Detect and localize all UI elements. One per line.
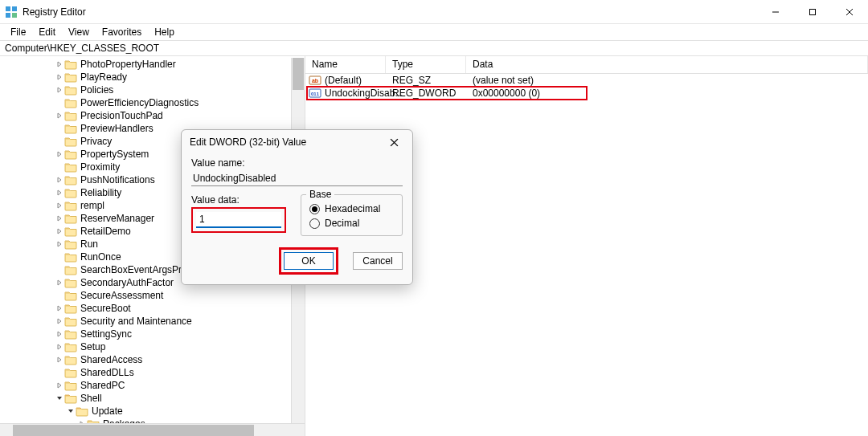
hscroll[interactable] xyxy=(0,423,305,436)
tree-item-label: Privacy xyxy=(80,135,112,148)
chevron-right-icon[interactable] xyxy=(55,357,64,363)
folder-icon xyxy=(64,328,77,340)
tree-item-label: PropertySystem xyxy=(80,148,149,161)
tree-item-label: PlayReady xyxy=(80,71,127,84)
tree-item-label: Reliability xyxy=(80,186,121,199)
table-row[interactable]: ab (Default) REG_SZ (value not set) xyxy=(305,74,868,87)
tree-item-label: Proximity xyxy=(80,161,120,173)
tree-item[interactable]: PowerEfficiencyDiagnostics xyxy=(8,96,305,109)
col-type[interactable]: Type xyxy=(386,56,466,73)
folder-icon xyxy=(64,187,77,198)
tree-item[interactable]: Setup xyxy=(8,340,305,353)
tree-item-label: Setup xyxy=(80,340,105,353)
chevron-down-icon[interactable] xyxy=(66,408,76,414)
chevron-right-icon[interactable] xyxy=(55,189,64,196)
menu-help[interactable]: Help xyxy=(149,26,180,39)
folder-icon xyxy=(64,149,77,160)
dialog-title: Edit DWORD (32-bit) Value xyxy=(190,137,382,148)
tree-item[interactable]: SecureBoot xyxy=(8,302,305,315)
svg-rect-2 xyxy=(6,13,10,18)
col-name[interactable]: Name xyxy=(305,56,386,73)
chevron-right-icon[interactable] xyxy=(55,74,64,80)
chevron-right-icon[interactable] xyxy=(55,279,64,286)
chevron-right-icon[interactable] xyxy=(55,61,64,67)
dialog-titlebar[interactable]: Edit DWORD (32-bit) Value xyxy=(182,130,412,154)
dialog-close-button[interactable] xyxy=(382,132,406,152)
tree-item-label: SharedPC xyxy=(80,379,125,392)
folder-icon xyxy=(64,354,77,365)
tree-item[interactable]: SettingSync xyxy=(8,328,305,340)
tree-item[interactable]: SecureAssessment xyxy=(8,289,305,302)
row-type: REG_DWORD xyxy=(386,88,466,99)
chevron-right-icon[interactable] xyxy=(55,344,64,350)
value-data-input[interactable] xyxy=(196,212,281,228)
chevron-right-icon[interactable] xyxy=(55,305,64,312)
tree-item[interactable]: PhotoPropertyHandler xyxy=(8,58,305,71)
col-data[interactable]: Data xyxy=(466,56,868,73)
annotation-highlight-value xyxy=(191,207,286,233)
radio-hexadecimal[interactable]: Hexadecimal xyxy=(309,203,394,214)
chevron-right-icon[interactable] xyxy=(55,241,64,247)
tree-item[interactable]: Security and Maintenance xyxy=(8,315,305,328)
folder-icon xyxy=(64,174,77,185)
app-icon xyxy=(5,6,18,18)
folder-icon xyxy=(64,316,77,327)
menu-favorites[interactable]: Favorites xyxy=(96,26,147,39)
tree-item-label: SecureBoot xyxy=(80,302,131,315)
tree-item-label: PhotoPropertyHandler xyxy=(80,58,176,71)
chevron-down-icon[interactable] xyxy=(55,395,64,401)
address-bar[interactable]: Computer\HKEY_CLASSES_ROOT xyxy=(0,40,868,56)
window-controls xyxy=(757,0,868,23)
tree-item[interactable]: Packages xyxy=(8,418,305,423)
tree-item-label: ReserveManager xyxy=(80,212,154,225)
tree-item[interactable]: SharedAccess xyxy=(8,353,305,366)
value-name-field[interactable] xyxy=(191,170,403,186)
close-button[interactable] xyxy=(831,0,868,23)
tree-item[interactable]: PrecisionTouchPad xyxy=(8,109,305,122)
tree-item-label: Shell xyxy=(80,392,102,405)
tree-item-label: SecondaryAuthFactor xyxy=(80,276,174,289)
svg-rect-3 xyxy=(12,13,17,18)
folder-icon xyxy=(64,136,77,147)
hscroll-thumb[interactable] xyxy=(13,425,254,436)
svg-rect-0 xyxy=(6,6,10,11)
tree-item[interactable]: PlayReady xyxy=(8,71,305,84)
chevron-right-icon[interactable] xyxy=(55,87,64,93)
chevron-right-icon[interactable] xyxy=(55,151,64,157)
tree-item[interactable]: Policies xyxy=(8,84,305,96)
radio-label: Decimal xyxy=(325,218,359,229)
chevron-right-icon[interactable] xyxy=(55,331,64,337)
tree-item-label: PreviewHandlers xyxy=(80,122,154,135)
vscroll-thumb[interactable] xyxy=(293,58,304,90)
folder-icon xyxy=(64,290,77,301)
tree-item-label: rempl xyxy=(80,199,104,212)
chevron-right-icon[interactable] xyxy=(55,318,64,324)
table-row[interactable]: 011 UndockingDisab... REG_DWORD 0x000000… xyxy=(305,87,868,100)
dword-value-icon: 011 xyxy=(309,87,321,100)
menu-edit[interactable]: Edit xyxy=(33,26,61,39)
chevron-right-icon[interactable] xyxy=(55,112,64,119)
folder-icon xyxy=(64,213,77,224)
radio-decimal[interactable]: Decimal xyxy=(309,218,394,229)
tree-item[interactable]: SharedDLLs xyxy=(8,366,305,379)
ok-button[interactable]: OK xyxy=(284,252,334,270)
chevron-right-icon[interactable] xyxy=(55,215,64,222)
chevron-right-icon[interactable] xyxy=(55,177,64,183)
chevron-right-icon[interactable] xyxy=(55,202,64,209)
folder-icon xyxy=(64,303,77,314)
menu-file[interactable]: File xyxy=(5,26,31,39)
minimize-button[interactable] xyxy=(757,0,794,23)
maximize-button[interactable] xyxy=(794,0,831,23)
chevron-right-icon[interactable] xyxy=(55,228,64,234)
tree-item-label: PowerEfficiencyDiagnostics xyxy=(80,96,199,109)
chevron-right-icon[interactable] xyxy=(55,382,64,389)
menu-view[interactable]: View xyxy=(63,26,95,39)
base-group: Base Hexadecimal Decimal xyxy=(301,194,403,236)
tree-item[interactable]: SharedPC xyxy=(8,379,305,392)
folder-icon xyxy=(64,71,77,83)
tree-item[interactable]: Update xyxy=(8,405,305,418)
cancel-button[interactable]: Cancel xyxy=(353,252,403,270)
base-legend: Base xyxy=(306,189,334,200)
title-bar: Registry Editor xyxy=(0,0,868,24)
tree-item[interactable]: Shell xyxy=(8,392,305,405)
